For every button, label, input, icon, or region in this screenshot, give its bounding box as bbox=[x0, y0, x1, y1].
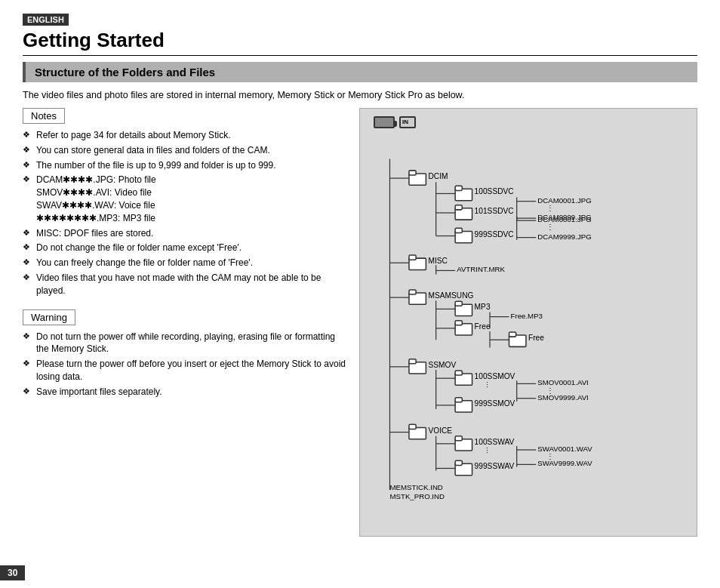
file-smov0001: SMOV0001.AVI bbox=[537, 378, 589, 386]
memory-stick-icon bbox=[399, 116, 416, 128]
folder-999ssmov: 999SSMOV bbox=[475, 399, 515, 408]
list-item: You can store general data in files and … bbox=[23, 144, 347, 157]
list-item: Refer to page 34 for details about Memor… bbox=[23, 129, 347, 142]
folder-free2: Free bbox=[528, 334, 544, 342]
list-item: Please turn the power off before you ins… bbox=[23, 358, 347, 383]
file-dcam0001: DCAM0001.JPG bbox=[537, 196, 592, 205]
file-avtrint: AVTRINT.MRK bbox=[457, 265, 505, 273]
list-item: Save important files separately. bbox=[23, 386, 347, 399]
list-item: MISC: DPOF files are stored. bbox=[23, 227, 347, 240]
file-swav9999: SWAV9999.WAV bbox=[537, 459, 592, 467]
file-dcam9999b: DCAM9999.JPG bbox=[537, 232, 592, 241]
notes-label: Notes bbox=[31, 110, 57, 122]
left-panel: Notes Refer to page 34 for details about… bbox=[23, 108, 347, 537]
warning-section: Warning Do not turn the power off while … bbox=[23, 309, 347, 399]
intro-text: The video files and photo files are stor… bbox=[23, 90, 697, 100]
warning-box: Warning bbox=[23, 309, 75, 325]
folder-100ssmov: 100SSMOV bbox=[475, 372, 515, 380]
list-item: Do not change the file or folder name ex… bbox=[23, 242, 347, 254]
dots3: ⋮ bbox=[484, 381, 491, 389]
content-area: Notes Refer to page 34 for details about… bbox=[23, 108, 697, 537]
notes-list: Refer to page 34 for details about Memor… bbox=[23, 129, 347, 297]
right-panel: DCIM 100SSDVC DCAM0001.JPG ⋮ DCAM9999.JP… bbox=[359, 108, 697, 537]
folder-tree-svg: DCIM 100SSDVC DCAM0001.JPG ⋮ DCAM9999.JP… bbox=[366, 136, 691, 528]
list-item: DCAM✱✱✱✱.JPG: Photo fileSMOV✱✱✱✱.AVI: Vi… bbox=[23, 174, 347, 224]
dots2: ⋮ bbox=[546, 223, 554, 231]
svg-rect-0 bbox=[367, 140, 383, 151]
memory-icons bbox=[374, 116, 691, 128]
folder-dcim: DCIM bbox=[428, 172, 448, 180]
warning-label: Warning bbox=[31, 312, 67, 323]
folder-100ssdvc: 100SSDVC bbox=[475, 187, 514, 195]
folder-100sswav: 100SSWAV bbox=[475, 438, 515, 446]
dots1: ⋮ bbox=[546, 204, 554, 212]
file-memstick: MEMSTICK.IND bbox=[389, 483, 442, 491]
page: ENGLISH Getting Started Structure of the… bbox=[0, 0, 720, 588]
folder-999ssdvc: 999SSDVC bbox=[475, 230, 514, 239]
svg-rect-1 bbox=[367, 137, 374, 141]
section-header: Structure of the Folders and Files bbox=[23, 62, 697, 82]
folder-msamsung: MSAMSUNG bbox=[428, 291, 473, 300]
notes-box: Notes bbox=[23, 108, 65, 124]
dots5: ⋮ bbox=[484, 447, 491, 454]
tree-container: DCIM 100SSDVC DCAM0001.JPG ⋮ DCAM9999.JP… bbox=[366, 136, 691, 528]
list-item: Do not turn the power off while recordin… bbox=[23, 331, 347, 356]
folder-mp3: MP3 bbox=[475, 303, 491, 311]
file-freemp3: Free.MP3 bbox=[511, 312, 543, 320]
file-smov9999: SMOV9999.AVI bbox=[537, 393, 589, 402]
list-item: Video files that you have not made with … bbox=[23, 272, 347, 297]
page-number: 30 bbox=[0, 565, 25, 580]
list-item: You can freely change the file or folder… bbox=[23, 257, 347, 269]
folder-999sswav: 999SSWAV bbox=[475, 462, 515, 470]
folder-free: Free bbox=[475, 322, 491, 331]
folder-ssmov: SSMOV bbox=[428, 361, 456, 369]
warning-list: Do not turn the power off while recordin… bbox=[23, 331, 347, 399]
file-swav0001: SWAV0001.WAV bbox=[537, 445, 592, 453]
page-title: Getting Started bbox=[23, 29, 720, 52]
title-divider bbox=[23, 55, 697, 56]
battery-icon bbox=[374, 116, 395, 128]
folder-101ssdvc: 101SSDVC bbox=[475, 207, 514, 215]
file-dcam0001b: DCAM0001.JPG bbox=[537, 215, 592, 223]
file-mstkpro: MSTK_PRO.IND bbox=[389, 492, 445, 500]
lang-badge: ENGLISH bbox=[23, 14, 69, 26]
folder-voice: VOICE bbox=[428, 426, 452, 435]
list-item: The number of the file is up to 9,999 an… bbox=[23, 159, 347, 172]
folder-misc: MISC bbox=[428, 257, 447, 265]
